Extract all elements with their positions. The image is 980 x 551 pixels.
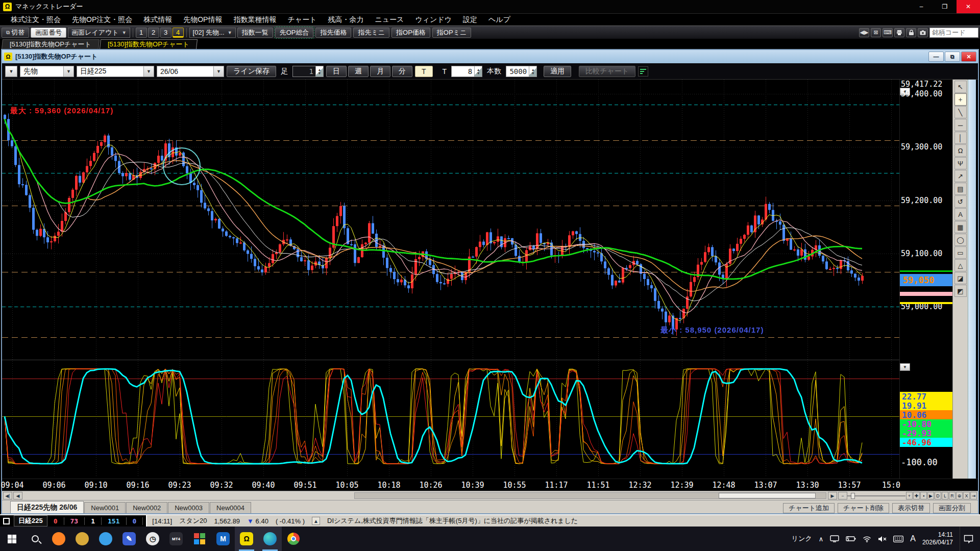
chart-mini-button[interactable]: ▶ bbox=[927, 492, 934, 499]
compare-chart-button[interactable]: 比較チャート bbox=[579, 66, 635, 77]
taskbar-clock[interactable]: 14:11 2026/04/17 bbox=[922, 531, 953, 546]
osc-scale-dropdown[interactable]: ▼ bbox=[900, 363, 910, 371]
taskbar-store-app-icon[interactable] bbox=[188, 527, 211, 551]
vline-tool-icon[interactable]: │ bbox=[954, 132, 967, 144]
window-tab[interactable]: [5130]指数先物OPチャート bbox=[2, 39, 100, 49]
triangle-tool-icon[interactable]: △ bbox=[954, 259, 967, 271]
window-vertical-scrollbar[interactable] bbox=[968, 80, 976, 479]
screen-switch-button[interactable]: ⧉ 切替 bbox=[2, 28, 29, 38]
quick-button[interactable]: 指先ミニ bbox=[353, 28, 389, 38]
menu-item[interactable]: 設定 bbox=[457, 14, 483, 26]
page-button[interactable]: 1 bbox=[136, 28, 147, 38]
zoom-slider-knob[interactable] bbox=[851, 493, 855, 499]
print-icon[interactable] bbox=[894, 28, 904, 37]
quote-checkbox[interactable] bbox=[3, 518, 10, 524]
taskbar-firefox-icon[interactable] bbox=[47, 527, 70, 551]
menu-item[interactable]: 指数業種情報 bbox=[228, 14, 282, 26]
battery-icon[interactable] bbox=[846, 536, 856, 542]
scrollbar-thumb[interactable] bbox=[719, 493, 816, 498]
keyboard-icon[interactable]: ⌨ bbox=[883, 28, 893, 37]
chart-tab-action-button[interactable]: 表示切替 bbox=[892, 503, 930, 513]
taskbar-monex-icon[interactable]: Ω bbox=[235, 527, 258, 551]
wifi-icon[interactable] bbox=[863, 536, 871, 542]
chart-tab-action-button[interactable]: チャート追加 bbox=[783, 503, 835, 513]
chart-tab-action-button[interactable]: チャート削除 bbox=[838, 503, 889, 513]
tick-count-stepper[interactable]: 8 ▲▼ bbox=[451, 66, 482, 77]
zoom-out-button[interactable]: − bbox=[838, 492, 847, 499]
tray-chevron-icon[interactable]: ∧ bbox=[819, 535, 824, 543]
note-tool-icon[interactable]: ▤ bbox=[954, 183, 967, 195]
chart-tab-action-button[interactable]: 画面分割 bbox=[933, 503, 971, 513]
quick-button[interactable]: 先OP総合 bbox=[275, 28, 314, 38]
taskbar-mt4-icon[interactable]: MT4 bbox=[164, 527, 188, 551]
quick-button[interactable]: 指OP価格 bbox=[391, 28, 430, 38]
screen-layout-dropdown[interactable]: 画面レイアウト▼ bbox=[68, 28, 130, 38]
ime-keyboard-icon[interactable] bbox=[893, 536, 903, 542]
tray-link-label[interactable]: リンク bbox=[792, 534, 812, 543]
menu-item[interactable]: ヘルプ bbox=[483, 14, 516, 26]
chart-tab[interactable]: 日経225先物 26/06 bbox=[10, 501, 84, 513]
scroll-home-button[interactable]: ◀| bbox=[3, 492, 12, 499]
text-tool-icon[interactable]: A bbox=[954, 208, 967, 220]
period-button[interactable]: 分 bbox=[392, 66, 412, 77]
menu-item[interactable]: ウィンドウ bbox=[409, 14, 457, 26]
clear-all-tool-icon[interactable]: ◩ bbox=[954, 285, 967, 297]
contract-select[interactable]: 26/06 ▼ bbox=[157, 66, 224, 77]
taskbar-m-app-icon[interactable]: M bbox=[211, 527, 235, 551]
hline-tool-icon[interactable]: ─ bbox=[954, 119, 967, 131]
price-axis[interactable]: 59,417.22▼59,400.0059,300.0059,200.0059,… bbox=[899, 80, 952, 479]
menu-item[interactable]: 株式情報 bbox=[138, 14, 178, 26]
category-select[interactable]: 先物 ▼ bbox=[20, 66, 74, 77]
grid-tool-icon[interactable]: ▦ bbox=[954, 221, 967, 233]
quick-button[interactable]: 指先価格 bbox=[315, 28, 351, 38]
taskbar-chrome-icon[interactable] bbox=[282, 527, 305, 551]
menu-item[interactable]: 残高・余力 bbox=[322, 14, 369, 26]
chart-tab[interactable]: New0002 bbox=[126, 502, 167, 513]
taskbar-app2-icon[interactable] bbox=[94, 527, 117, 551]
chart-tab[interactable]: New0004 bbox=[210, 502, 251, 513]
chart-mini-button[interactable]: D bbox=[935, 492, 941, 499]
revert-tool-icon[interactable]: ↺ bbox=[954, 195, 967, 208]
menu-item[interactable]: チャート bbox=[282, 14, 322, 26]
lock-icon[interactable] bbox=[906, 28, 916, 37]
screen-number-toggle[interactable]: 画面番号 bbox=[31, 28, 66, 38]
period-button[interactable]: 週 bbox=[348, 66, 369, 77]
page-button[interactable]: 4 bbox=[173, 28, 184, 38]
cursor-tool-icon[interactable]: ↖ bbox=[954, 81, 967, 93]
symbol-code-input[interactable] bbox=[929, 28, 978, 38]
monitor-close-icon[interactable]: ⊠ bbox=[871, 28, 881, 37]
chart-plot-area[interactable]: 最大 : 59,360 (2026/04/17) 最小 : 58,950 (20… bbox=[2, 80, 899, 479]
taskbar-edge-icon[interactable] bbox=[258, 527, 282, 551]
symbol-select[interactable]: 日経225 ▼ bbox=[77, 66, 154, 77]
eraser-tool-icon[interactable]: ◪ bbox=[954, 272, 967, 284]
price-chart-canvas[interactable] bbox=[2, 80, 899, 479]
chart-tab[interactable]: New0003 bbox=[168, 502, 209, 513]
close-button[interactable]: ✕ bbox=[957, 0, 980, 13]
menu-item[interactable]: ニュース bbox=[369, 14, 409, 26]
preset-dropdown[interactable]: [02] 先物...▼ bbox=[189, 28, 236, 38]
scroll-left-button[interactable]: ◀ bbox=[13, 492, 22, 499]
period-button[interactable]: 月 bbox=[370, 66, 390, 77]
ime-mode-indicator[interactable]: A bbox=[910, 534, 916, 543]
crosshair-tool-icon[interactable]: ＋ bbox=[954, 93, 967, 106]
notification-center-button[interactable] bbox=[960, 527, 977, 551]
trendline-tool-icon[interactable]: ╲ bbox=[954, 106, 967, 118]
save-lines-button[interactable]: ライン保存 bbox=[227, 66, 276, 77]
volume-muted-icon[interactable] bbox=[878, 536, 887, 542]
quick-button[interactable]: 指OPミニ bbox=[432, 28, 471, 38]
chart-minimize-button[interactable]: — bbox=[928, 52, 944, 62]
window-tab[interactable]: [5130]指数先物OPチャート bbox=[100, 39, 198, 49]
zoom-slider[interactable] bbox=[847, 495, 905, 496]
pitchfork-tool-icon[interactable]: Ψ bbox=[954, 157, 967, 169]
minimize-button[interactable]: – bbox=[910, 0, 933, 13]
search-button[interactable] bbox=[23, 527, 47, 551]
page-button[interactable]: 2 bbox=[148, 28, 159, 38]
cast-display-icon[interactable] bbox=[830, 535, 839, 542]
menu-item[interactable]: 先物OP注文・照会 bbox=[66, 14, 138, 26]
horizontal-scrollbar[interactable] bbox=[354, 492, 826, 499]
alert-bell-icon[interactable]: Ω bbox=[954, 144, 967, 157]
bar-count-stepper[interactable]: 5000 ▲▼ bbox=[506, 66, 537, 77]
page-button[interactable]: 3 bbox=[160, 28, 172, 38]
chart-mini-button[interactable]: L bbox=[942, 492, 948, 499]
chart-mini-button[interactable]: ⊕ bbox=[956, 492, 963, 499]
